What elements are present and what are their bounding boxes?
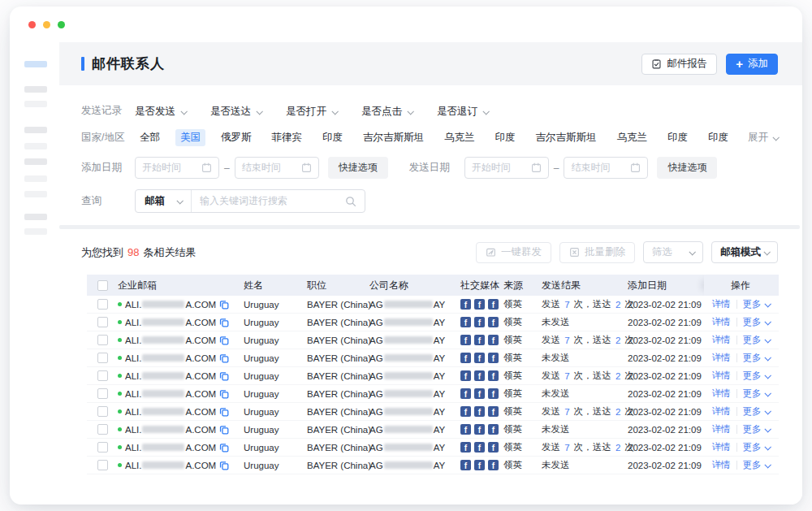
facebook-icon[interactable]: f — [474, 299, 485, 310]
facebook-icon[interactable]: f — [488, 335, 499, 345]
facebook-icon[interactable]: f — [474, 317, 485, 327]
facebook-icon[interactable]: f — [488, 442, 499, 453]
sidebar-item-placeholder[interactable] — [24, 175, 47, 182]
query-type-select[interactable]: 邮箱 — [136, 190, 192, 212]
facebook-icon[interactable]: f — [474, 460, 485, 470]
more-menu[interactable]: 更多 — [743, 316, 770, 328]
country-chip[interactable]: 吉尔吉斯斯坦 — [531, 129, 602, 146]
detail-link[interactable]: 详情 — [712, 405, 731, 418]
row-checkbox[interactable] — [97, 460, 108, 470]
facebook-icon[interactable]: f — [488, 299, 499, 310]
sidebar-item-placeholder[interactable] — [24, 101, 47, 107]
more-menu[interactable]: 更多 — [743, 441, 770, 453]
facebook-icon[interactable]: f — [460, 406, 471, 417]
close-window-button[interactable] — [28, 21, 36, 28]
country-chip[interactable]: 乌克兰 — [439, 129, 480, 146]
keyword-search-input[interactable]: 输入关键词进行搜索 — [192, 190, 365, 212]
sidebar-item-placeholder[interactable] — [24, 158, 47, 165]
filter-dropdown[interactable]: 是否退订 — [437, 105, 488, 119]
row-checkbox[interactable] — [97, 406, 108, 417]
bulk-send-button[interactable]: 一键群发 — [476, 242, 551, 263]
add-date-start-input[interactable]: 开始时间 — [135, 157, 219, 179]
facebook-icon[interactable]: f — [488, 424, 499, 435]
detail-link[interactable]: 详情 — [712, 370, 731, 382]
more-menu[interactable]: 更多 — [743, 388, 770, 400]
country-chip[interactable]: 吉尔吉斯斯坦 — [358, 129, 429, 146]
facebook-icon[interactable]: f — [460, 370, 471, 381]
send-date-end-input[interactable]: 结束时间 — [564, 157, 648, 179]
country-chip[interactable]: 印度 — [663, 129, 693, 146]
row-checkbox[interactable] — [97, 424, 108, 435]
more-menu[interactable]: 更多 — [743, 370, 770, 382]
facebook-icon[interactable]: f — [460, 424, 471, 435]
facebook-icon[interactable]: f — [474, 335, 485, 345]
copy-icon[interactable] — [219, 461, 229, 470]
country-chip[interactable]: 印度 — [317, 129, 348, 146]
detail-link[interactable]: 详情 — [712, 334, 731, 346]
sidebar-item-placeholder[interactable] — [24, 228, 47, 235]
maximize-window-button[interactable] — [58, 21, 65, 28]
copy-icon[interactable] — [219, 318, 229, 327]
mail-report-button[interactable]: 邮件报告 — [641, 54, 717, 75]
more-menu[interactable]: 更多 — [743, 459, 770, 471]
filter-dropdown[interactable]: 是否打开 — [286, 105, 337, 119]
country-chip[interactable]: 美国 — [175, 129, 205, 146]
bulk-delete-button[interactable]: 批量删除 — [559, 242, 635, 263]
copy-icon[interactable] — [219, 389, 229, 399]
copy-icon[interactable] — [219, 407, 229, 417]
country-chip[interactable]: 乌克兰 — [612, 129, 653, 146]
more-menu[interactable]: 更多 — [743, 423, 770, 435]
sidebar-item-placeholder[interactable] — [24, 86, 47, 93]
copy-icon[interactable] — [219, 371, 229, 381]
minimize-window-button[interactable] — [43, 21, 50, 28]
facebook-icon[interactable]: f — [474, 353, 485, 363]
more-menu[interactable]: 更多 — [743, 405, 770, 418]
filter-dropdown[interactable]: 是否发送 — [135, 105, 186, 119]
more-menu[interactable]: 更多 — [743, 298, 770, 310]
facebook-icon[interactable]: f — [488, 317, 499, 327]
expand-toggle[interactable]: 展开 — [748, 131, 778, 145]
copy-icon[interactable] — [219, 300, 229, 310]
select-all-checkbox[interactable] — [97, 280, 108, 291]
facebook-icon[interactable]: f — [474, 370, 485, 381]
add-date-end-input[interactable]: 结束时间 — [235, 157, 319, 179]
detail-link[interactable]: 详情 — [712, 352, 731, 364]
detail-link[interactable]: 详情 — [712, 388, 731, 400]
facebook-icon[interactable]: f — [460, 460, 471, 470]
sidebar-item-placeholder[interactable] — [24, 214, 47, 220]
filter-dropdown[interactable]: 是否点击 — [361, 105, 412, 119]
country-chip[interactable]: 全部 — [135, 129, 165, 146]
facebook-icon[interactable]: f — [488, 388, 499, 399]
facebook-icon[interactable]: f — [460, 388, 471, 399]
row-checkbox[interactable] — [97, 335, 108, 345]
sidebar-item-placeholder[interactable] — [24, 61, 47, 67]
row-checkbox[interactable] — [97, 370, 108, 381]
filter-select[interactable]: 筛选 — [643, 241, 703, 263]
mailbox-mode-select[interactable]: 邮箱模式 — [711, 241, 778, 263]
more-menu[interactable]: 更多 — [743, 352, 770, 364]
copy-icon[interactable] — [219, 425, 229, 435]
send-date-quick-options-button[interactable]: 快捷选项 — [657, 157, 717, 179]
copy-icon[interactable] — [219, 336, 229, 345]
facebook-icon[interactable]: f — [488, 460, 499, 470]
facebook-icon[interactable]: f — [460, 317, 471, 327]
sidebar-item-placeholder[interactable] — [24, 143, 47, 149]
detail-link[interactable]: 详情 — [712, 423, 731, 435]
facebook-icon[interactable]: f — [488, 370, 499, 381]
row-checkbox[interactable] — [97, 388, 108, 399]
country-chip[interactable]: 俄罗斯 — [216, 129, 257, 146]
send-date-start-input[interactable]: 开始时间 — [464, 157, 549, 179]
detail-link[interactable]: 详情 — [712, 316, 731, 328]
add-date-quick-options-button[interactable]: 快捷选项 — [328, 157, 388, 179]
country-chip[interactable]: 印度 — [490, 129, 520, 146]
row-checkbox[interactable] — [97, 442, 108, 453]
filter-dropdown[interactable]: 是否送达 — [210, 105, 261, 119]
copy-icon[interactable] — [219, 353, 229, 363]
country-chip[interactable]: 菲律宾 — [267, 129, 308, 146]
add-button[interactable]: + 添加 — [726, 54, 778, 75]
facebook-icon[interactable]: f — [474, 406, 485, 417]
facebook-icon[interactable]: f — [460, 353, 471, 363]
row-checkbox[interactable] — [97, 299, 108, 310]
detail-link[interactable]: 详情 — [712, 298, 731, 310]
copy-icon[interactable] — [219, 443, 229, 453]
